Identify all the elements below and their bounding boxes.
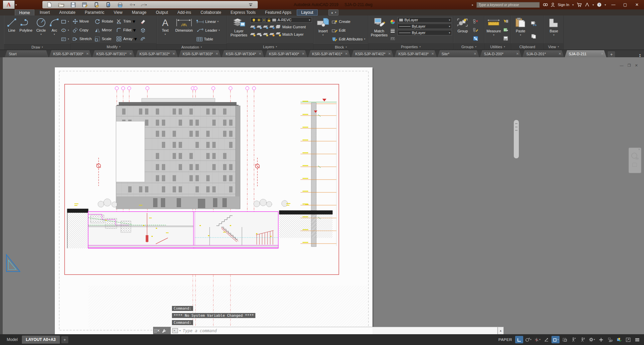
edit-attributes-dropdown-icon[interactable]: ▾ (364, 38, 365, 40)
mirror-button[interactable]: Mirror (95, 28, 113, 33)
new-drawing-tab-button[interactable]: + (608, 51, 615, 57)
sign-in-dropdown-icon[interactable]: ▾ (572, 3, 574, 6)
command-settings-wrench-icon[interactable] (162, 328, 166, 333)
panel-label-groups[interactable]: Groups▾ (454, 43, 484, 50)
app-store-cart-icon[interactable] (577, 3, 582, 7)
layer-color-swatch[interactable] (272, 19, 276, 22)
search-input[interactable] (476, 2, 540, 8)
measure-button[interactable]: Measure ▾ (487, 17, 501, 43)
share-dropdown-icon[interactable]: ▾ (593, 3, 594, 6)
ribbon-tab-featured-apps[interactable]: Featured Apps (261, 9, 295, 15)
file-tab-ksr-sjp-wt401[interactable]: KSR-SJP-WT401*✕ (308, 50, 351, 57)
ribbon-tab-home[interactable]: Home (15, 9, 34, 15)
layer-thaw-icon[interactable] (257, 18, 261, 22)
command-recent-dropdown-icon[interactable]: ▾ (179, 329, 181, 332)
file-tab-close-icon[interactable]: ✕ (601, 52, 604, 56)
layer-properties-button[interactable]: Layer Properties (229, 17, 249, 43)
add-scales-icon[interactable] (597, 336, 605, 343)
file-tab-ksr-sjp-wt400[interactable]: KSR-SJP-WT400*✕ (265, 50, 307, 57)
color-wheel-icon[interactable] (390, 20, 395, 24)
quick-select-icon[interactable] (503, 19, 508, 24)
cut-icon[interactable] (531, 21, 536, 26)
text-dropdown-icon[interactable]: ▾ (165, 33, 166, 36)
qat-customize-icon[interactable] (248, 2, 254, 7)
circle-dropdown-icon[interactable]: ▾ (40, 33, 42, 36)
undo-dropdown-icon[interactable]: ▾ (134, 3, 135, 6)
dimension-button[interactable]: Dimension (173, 17, 195, 44)
ribbon-tab-output[interactable]: Output (152, 9, 172, 15)
ribbon-tab-view[interactable]: View (110, 9, 127, 15)
new-layout-button[interactable]: + (61, 336, 69, 343)
paste-button[interactable]: Paste ▾ (513, 17, 528, 43)
file-tab-close-icon[interactable]: ✕ (129, 52, 132, 56)
command-window-grip[interactable]: ✕ (153, 327, 171, 335)
panel-label-modify[interactable]: Modify▾ (71, 43, 156, 50)
linetype-combo-dropdown-icon[interactable]: ▾ (449, 31, 450, 34)
polar-tracking-icon[interactable] (542, 336, 550, 343)
linetype-icon[interactable] (390, 37, 395, 40)
isolate-objects-icon[interactable] (606, 336, 614, 343)
canvas-scrollbar[interactable] (514, 120, 519, 158)
open-file-icon[interactable] (58, 2, 64, 7)
edit-attributes-button[interactable]: Edit Attributes▾ (332, 35, 367, 43)
file-tab-close-icon[interactable]: ✕ (172, 52, 175, 56)
file-tab-sja-d-200[interactable]: SJA-D-200*✕ (480, 50, 522, 57)
file-tab-overflow-icon[interactable]: ▾▾ (639, 54, 641, 57)
file-tab-close-icon[interactable]: ✕ (474, 52, 476, 56)
copy-clip-icon[interactable] (531, 34, 536, 39)
erase-button[interactable] (140, 19, 146, 24)
line-button[interactable]: Line (6, 17, 17, 44)
panel-label-view[interactable]: View▾ (544, 43, 563, 50)
object-snap-icon[interactable]: ▾ (551, 336, 560, 343)
annotation-visibility-icon[interactable] (570, 336, 578, 343)
leader-dropdown-icon[interactable]: ▾ (219, 29, 220, 32)
file-tab-ksr-sjp-wt402[interactable]: KSR-SJP-WT402*✕ (351, 50, 394, 57)
redo-icon[interactable]: ▾ (141, 2, 147, 7)
file-tab-close-icon[interactable]: ✕ (259, 52, 261, 56)
doc-restore-button[interactable]: ❐ (628, 63, 631, 68)
trim-dropdown-icon[interactable]: ▾ (133, 18, 135, 25)
file-tab-close-icon[interactable]: ✕ (516, 52, 519, 56)
file-tab-site[interactable]: Site*✕ (437, 50, 479, 57)
group-edit-icon[interactable] (473, 28, 478, 32)
block-create-button[interactable]: Create (332, 17, 367, 26)
polyline-button[interactable]: Polyline (19, 17, 33, 44)
lineweight-combo-dropdown-icon[interactable]: ▾ (449, 25, 450, 28)
ribbon-tab-add-ins[interactable]: Add-ins (173, 9, 195, 15)
lineweight-combo[interactable]: ByLayer ▾ (397, 24, 452, 29)
ribbon-tab-annotate[interactable]: Annotate (55, 9, 79, 15)
fillet-button[interactable]: Fillet▾ (116, 27, 137, 33)
file-tab-ksr-sjp-wt304[interactable]: KSR-SJP-WT304*✕ (222, 50, 264, 57)
color-combo-dropdown-icon[interactable]: ▾ (449, 19, 450, 22)
navigation-bar[interactable]: ✕ 2D (629, 148, 641, 173)
ribbon-tab-parametric[interactable]: Parametric (81, 9, 108, 15)
annotation-scale-icon[interactable]: ▾ (524, 336, 532, 343)
navbar-close-icon[interactable]: ✕ (638, 148, 640, 151)
ribbon-tab-layout[interactable]: Layout (297, 9, 318, 15)
help-dropdown-icon[interactable]: ▾ (605, 3, 606, 6)
file-tab-close-icon[interactable]: ✕ (216, 52, 218, 56)
panel-label-block[interactable]: Block▾ (314, 44, 368, 50)
redo-dropdown-icon[interactable]: ▾ (145, 3, 147, 6)
lineweight-icon[interactable] (390, 29, 395, 33)
trim-button[interactable]: Trim▾ (116, 18, 137, 25)
graphics-performance-icon[interactable] (615, 336, 623, 343)
explode-button[interactable] (140, 28, 146, 33)
select-similar-icon[interactable] (503, 28, 508, 32)
arc-dropdown-icon[interactable]: ▾ (54, 33, 55, 36)
plot-icon[interactable] (117, 2, 123, 7)
layer-select-combo[interactable]: A-REVC ▾ (250, 17, 312, 23)
panel-label-annotation[interactable]: Annotation▾ (157, 44, 226, 50)
file-tab-sja-d-211[interactable]: SJA-D-211✕ (565, 50, 606, 57)
fillet-dropdown-icon[interactable]: ▾ (133, 27, 136, 33)
ungroup-icon[interactable] (473, 19, 478, 24)
ribbon-tab-insert[interactable]: Insert (36, 9, 54, 15)
close-button[interactable]: ✕ (633, 2, 641, 7)
drawing-canvas[interactable]: — ❐ ✕ ✕ 2D Command:**** No System Variab… (0, 57, 644, 334)
file-tab-ksr-sjp-wt403[interactable]: KSR-SJP-WT403*✕ (394, 50, 437, 57)
base-button[interactable]: Base ▾ (546, 17, 561, 43)
file-tab-close-icon[interactable]: ✕ (431, 52, 434, 56)
open-from-web-mobile-icon[interactable] (94, 2, 100, 7)
table-button[interactable]: Table (196, 35, 225, 43)
file-tab-ksr-sjp-wt301[interactable]: KSR-SJP-WT301*✕ (92, 50, 135, 57)
